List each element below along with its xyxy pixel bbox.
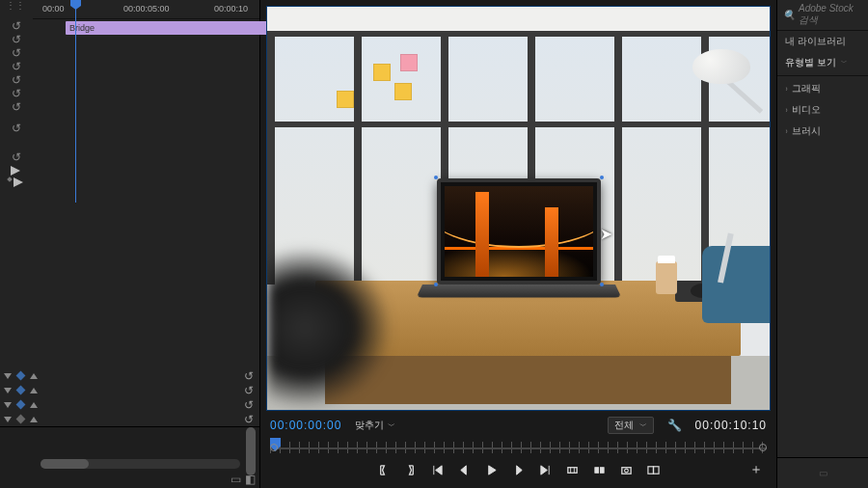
chevron-right-icon: › — [785, 84, 787, 94]
chevron-down-icon: ﹀ — [841, 57, 847, 69]
comparison-view-icon[interactable] — [647, 463, 661, 476]
transform-handle[interactable] — [600, 176, 604, 179]
svg-rect-7 — [648, 466, 654, 473]
libraries-panel: 🔍 Adobe Stock 검색 내 라이브러리 유형별 보기 ﹀ ›그래픽 ›… — [777, 0, 868, 488]
mark-out-icon[interactable] — [404, 463, 418, 476]
library-group[interactable]: ›브러시 — [777, 121, 868, 142]
mouse-cursor-icon: ➤ — [600, 225, 612, 243]
reset-button[interactable]: ↺ — [0, 73, 33, 87]
chevron-down-icon: ﹀ — [388, 420, 395, 431]
reset-button[interactable]: ↺ — [0, 60, 33, 73]
reset-button[interactable]: ↺ — [0, 33, 33, 46]
ruler-tick: 00:00:10 — [214, 4, 248, 14]
step-forward-icon[interactable] — [512, 463, 526, 476]
play-icon[interactable] — [485, 463, 499, 476]
step-back-icon[interactable] — [458, 463, 472, 476]
timeline-tool-icon[interactable]: ▭ — [231, 473, 241, 486]
export-frame-icon[interactable] — [620, 463, 634, 476]
effect-controls-panel: ⋮⋮ ↺ ↺ ↺ ↺ ↺ ↺ ↺ ↺ ↺ 00:00 00:00:05:00 — [0, 0, 260, 488]
go-to-out-icon[interactable] — [539, 463, 553, 476]
ruler-tick: 00:00:05:00 — [123, 4, 170, 14]
keyframe-row[interactable]: ↺ — [0, 383, 259, 397]
resolution-dropdown[interactable]: 전체 ﹀ — [608, 417, 654, 434]
extract-icon[interactable] — [593, 463, 607, 476]
program-monitor[interactable]: ➤ — [266, 6, 771, 411]
reset-button[interactable]: ↺ — [244, 369, 254, 383]
search-icon: 🔍 — [783, 10, 795, 20]
panel-grip-icon[interactable]: ⋮⋮ — [6, 0, 15, 11]
svg-rect-4 — [600, 467, 604, 473]
chevron-down-icon: ﹀ — [639, 420, 647, 431]
mini-timeline-vscroll[interactable] — [246, 427, 256, 459]
svg-rect-2 — [568, 467, 577, 473]
mark-in-icon[interactable] — [377, 463, 391, 476]
button-editor-icon[interactable]: ＋ — [749, 461, 763, 478]
transform-handle[interactable] — [600, 283, 604, 286]
program-scrub-bar[interactable] — [270, 438, 767, 457]
settings-wrench-icon[interactable]: 🔧 — [667, 419, 682, 432]
libraries-footer: ▭ — [777, 457, 868, 488]
transport-controls: ＋ — [270, 457, 767, 482]
video-frame: ➤ — [267, 7, 770, 410]
svg-rect-8 — [654, 466, 660, 473]
program-monitor-panel: ➤ 00:00:00:00 맞추기 ﹀ 전체 ﹀ 🔧 00:00:10:10 — [260, 0, 777, 488]
svg-point-6 — [625, 469, 629, 473]
library-group[interactable]: ›비디오 — [777, 99, 868, 121]
lift-icon[interactable] — [566, 463, 580, 476]
reset-button[interactable]: ↺ — [244, 384, 254, 397]
selected-clip-overlay[interactable] — [422, 178, 615, 306]
stock-search-input[interactable]: 🔍 Adobe Stock 검색 — [777, 0, 868, 31]
reset-button[interactable]: ↺ — [0, 46, 33, 60]
zoom-fit-dropdown[interactable]: 맞추기 ﹀ — [355, 419, 395, 432]
library-dropdown[interactable]: 내 라이브러리 — [777, 31, 868, 52]
transform-handle[interactable] — [434, 176, 438, 179]
transform-handle[interactable] — [434, 283, 438, 286]
reset-button[interactable]: ↺ — [244, 398, 254, 412]
reset-button[interactable]: ↺ — [0, 87, 33, 100]
keyframe-row[interactable]: ↺ — [0, 397, 259, 412]
view-by-dropdown[interactable]: 유형별 보기 ﹀ — [777, 52, 868, 73]
clip-bar[interactable]: Bridge — [66, 21, 283, 35]
reset-button[interactable]: ↺ — [0, 122, 33, 135]
mini-timeline-ruler[interactable]: 00:00 00:00:05:00 00:00:10 — [33, 0, 259, 19]
svg-rect-3 — [595, 467, 599, 473]
chevron-right-icon: › — [785, 105, 787, 115]
reset-button[interactable]: ↺ — [0, 150, 33, 164]
effect-mini-timeline[interactable]: 00:00 00:00:05:00 00:00:10 Bridge — [33, 0, 259, 203]
svg-marker-0 — [11, 166, 20, 176]
svg-marker-1 — [14, 177, 23, 187]
mini-playhead[interactable] — [75, 0, 76, 203]
current-timecode[interactable]: 00:00:00:00 — [270, 419, 341, 432]
keyframe-row[interactable]: ↺ — [0, 368, 259, 383]
sequence-duration: 00:00:10:10 — [695, 419, 767, 432]
go-to-in-icon[interactable] — [431, 463, 445, 476]
ruler-tick: 00:00 — [42, 4, 65, 14]
timeline-tool-icon[interactable]: ◧ — [245, 473, 256, 486]
reset-button[interactable]: ↺ — [0, 100, 33, 114]
keyframe-row[interactable]: ↺ — [0, 412, 259, 426]
reset-button[interactable]: ↺ — [244, 413, 254, 426]
mini-timeline-hscroll[interactable] — [41, 459, 240, 469]
effect-playback-toggle[interactable] — [2, 166, 29, 187]
chevron-right-icon: › — [785, 126, 787, 136]
library-group[interactable]: ›그래픽 — [777, 78, 868, 99]
reset-button[interactable]: ↺ — [0, 19, 33, 33]
